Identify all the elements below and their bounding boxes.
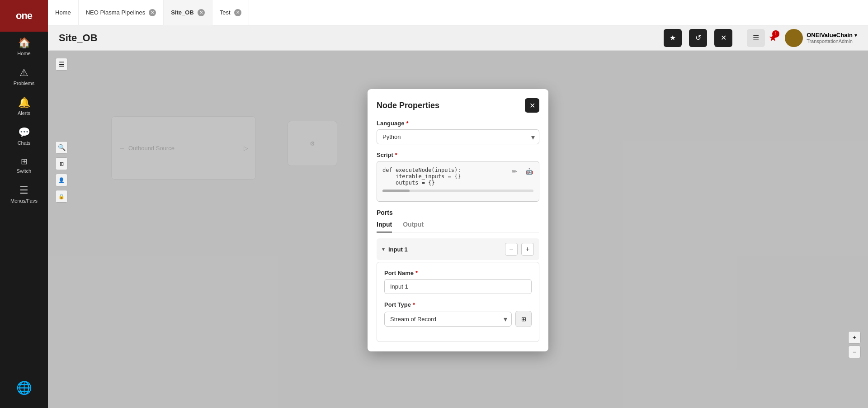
- robot-script-button[interactable]: 🤖: [523, 165, 535, 178]
- list-view-button[interactable]: ☰: [55, 58, 68, 71]
- sidebar-item-label: Menus/Favs: [10, 198, 38, 204]
- sidebar-item-label: Home: [17, 51, 30, 56]
- user-name: ONEIValueChain: [807, 32, 853, 38]
- script-editor[interactable]: def executeNode(inputs): iterable_inputs…: [377, 161, 539, 202]
- script-label: Script *: [377, 152, 539, 158]
- modal-footer: Cancel Save: [368, 351, 548, 351]
- tab-close-site-ob[interactable]: ✕: [198, 9, 205, 16]
- port-name-group: Port Name *: [384, 270, 532, 294]
- add-port-button[interactable]: +: [521, 243, 534, 256]
- bell-icon: 🔔: [18, 97, 30, 109]
- notification-dot[interactable]: ★ 1: [769, 32, 778, 44]
- chevron-down-icon[interactable]: ▾: [854, 32, 857, 38]
- tab-label: Home: [55, 9, 71, 16]
- tab-close-neo[interactable]: ✕: [149, 9, 156, 16]
- script-scrollbar-thumb: [382, 190, 410, 192]
- sidebar-item-label: Switch: [17, 168, 31, 174]
- zoom-out-button[interactable]: −: [848, 346, 861, 358]
- tab-output[interactable]: Output: [403, 221, 424, 232]
- page-header: Site_OB ★ ↺ ✕ ☰ ★ 1 ONEIValueChain ▾ Tra…: [48, 25, 868, 51]
- user-node-button[interactable]: 👤: [55, 174, 68, 186]
- language-group: Language * Python JavaScript R: [377, 120, 539, 144]
- zoom-controls: + −: [848, 331, 861, 358]
- sidebar-item-home[interactable]: 🏠 Home: [0, 32, 48, 62]
- sidebar-item-label: Alerts: [18, 110, 30, 116]
- tab-input[interactable]: Input: [377, 221, 392, 232]
- grid-icon: ⊞: [521, 316, 526, 323]
- port-row-input1[interactable]: ▾ Input 1 − +: [377, 238, 539, 260]
- ports-label: Ports: [377, 209, 539, 216]
- required-indicator: *: [415, 270, 418, 276]
- sidebar-item-chats[interactable]: 💬 Chats: [0, 121, 48, 151]
- fit-button[interactable]: ⊞: [55, 157, 68, 170]
- tab-neo[interactable]: NEO Plasma Pipelines ✕: [79, 0, 164, 25]
- switch-icon: ⊞: [21, 157, 28, 166]
- language-label: Language *: [377, 120, 539, 127]
- tabs-bar: Home NEO Plasma Pipelines ✕ Site_OB ✕ Te…: [0, 0, 868, 25]
- close-page-button[interactable]: ✕: [714, 29, 732, 47]
- sidebar-item-problems[interactable]: ⚠ Problems: [0, 62, 48, 91]
- tab-test[interactable]: Test ✕: [212, 0, 249, 25]
- edit-script-button[interactable]: ✏: [508, 165, 521, 178]
- lock-button[interactable]: 🔒: [55, 190, 68, 203]
- refresh-button[interactable]: ↺: [689, 29, 707, 47]
- tab-label: Site_OB: [171, 9, 194, 16]
- language-select[interactable]: Python JavaScript R: [377, 129, 539, 144]
- ports-section: Ports Input Output ▾ Input 1 − +: [377, 209, 539, 342]
- zoom-in-button[interactable]: +: [848, 331, 861, 344]
- tab-label: NEO Plasma Pipelines: [86, 9, 146, 16]
- home-icon: 🏠: [18, 37, 30, 49]
- notification-area: ☰ ★ 1: [747, 29, 778, 47]
- page-title: Site_OB: [59, 32, 656, 44]
- node-properties-modal: Node Properties ✕ Language * Python Java…: [368, 89, 548, 351]
- modal-body: Language * Python JavaScript R Scrip: [368, 120, 548, 351]
- chevron-down-icon[interactable]: ▾: [382, 246, 385, 252]
- port-type-label: Port Type *: [384, 301, 532, 308]
- notification-badge: 1: [772, 30, 779, 38]
- port-name-input[interactable]: [384, 279, 532, 294]
- port-type-row: Stream of Record Single Record Batch ⊞: [384, 311, 532, 327]
- menu-icon: ☰: [19, 185, 28, 196]
- avatar: [785, 29, 803, 47]
- modal-close-button[interactable]: ✕: [525, 98, 539, 113]
- canvas-zoom-controls: 🔍 ⊞ 👤 🔒: [55, 141, 68, 203]
- sidebar: one 🏠 Home ⚠ Problems 🔔 Alerts 💬 Chats ⊞…: [0, 0, 48, 408]
- menu-button[interactable]: ☰: [747, 29, 765, 47]
- required-indicator: *: [406, 120, 408, 127]
- modal-header: Node Properties ✕: [368, 89, 548, 120]
- sidebar-item-alerts[interactable]: 🔔 Alerts: [0, 91, 48, 121]
- main-canvas: → Outbound Source ▷ ⚙ Node Properties ✕ …: [48, 51, 868, 408]
- sidebar-globe[interactable]: 🌐: [13, 375, 36, 401]
- script-scrollbar[interactable]: [382, 190, 533, 192]
- port-detail-panel: Port Name * Port Type *: [377, 262, 539, 342]
- canvas-left-controls: ☰: [55, 58, 68, 71]
- tab-close-test[interactable]: ✕: [234, 9, 241, 16]
- sidebar-item-label: Problems: [14, 81, 34, 86]
- language-select-wrapper: Python JavaScript R: [377, 129, 539, 144]
- sidebar-item-label: Chats: [18, 140, 31, 146]
- required-indicator: *: [395, 152, 397, 158]
- remove-port-button[interactable]: −: [505, 243, 518, 256]
- sidebar-item-switch[interactable]: ⊞ Switch: [0, 151, 48, 179]
- user-info-block: ONEIValueChain ▾ TransportationAdmin: [807, 32, 857, 44]
- script-actions: ✏ 🤖: [508, 165, 535, 178]
- sidebar-bottom: 🌐: [13, 375, 36, 408]
- star-button[interactable]: ★: [664, 29, 682, 47]
- warning-icon: ⚠: [19, 67, 28, 79]
- globe-icon: 🌐: [16, 380, 32, 395]
- user-area: ONEIValueChain ▾ TransportationAdmin: [785, 29, 857, 47]
- port-type-select-wrapper: Stream of Record Single Record Batch: [384, 312, 512, 327]
- tab-site-ob[interactable]: Site_OB ✕: [164, 0, 212, 25]
- app-logo[interactable]: one: [0, 0, 48, 32]
- tab-label: Test: [220, 9, 231, 16]
- port-row-name: Input 1: [388, 246, 501, 253]
- zoom-search-button[interactable]: 🔍: [55, 141, 68, 154]
- modal-title: Node Properties: [377, 101, 439, 110]
- user-role: TransportationAdmin: [807, 38, 857, 44]
- port-type-select[interactable]: Stream of Record Single Record Batch: [384, 312, 512, 327]
- port-grid-button[interactable]: ⊞: [515, 311, 532, 327]
- sidebar-item-menus[interactable]: ☰ Menus/Favs: [0, 179, 48, 209]
- ports-tabs: Input Output: [377, 221, 539, 233]
- tab-home[interactable]: Home: [48, 0, 79, 25]
- port-name-label: Port Name *: [384, 270, 532, 276]
